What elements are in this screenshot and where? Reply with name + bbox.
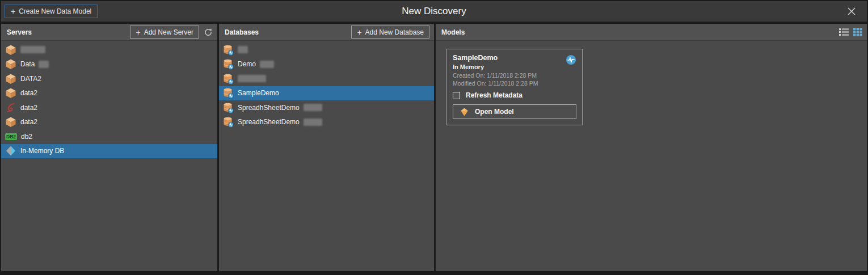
refresh-metadata-row: Refresh Metadata: [453, 91, 576, 99]
grid-view-button[interactable]: [853, 28, 862, 36]
database-list-item[interactable]: Demo: [219, 57, 434, 72]
server-name: data2: [20, 104, 37, 112]
add-new-server-label: Add New Server: [144, 28, 193, 36]
servers-panel: Servers + Add New Server: [1, 24, 217, 271]
close-button[interactable]: [845, 5, 858, 18]
servers-panel-header: Servers + Add New Server: [1, 24, 217, 41]
close-icon: [846, 6, 857, 16]
database-name: Demo: [238, 60, 256, 68]
titlebar: + Create New Data Model New Discovery: [1, 1, 867, 22]
list-view-icon: [839, 28, 849, 36]
grid-view-icon: [853, 28, 862, 36]
server-cube-icon: [5, 116, 16, 128]
database-name: SpreadhSheetDemo: [238, 118, 300, 126]
databases-list: Demo SampleDemo SpreadhSheetDemo: [219, 41, 434, 271]
servers-panel-title: Servers: [7, 28, 32, 36]
model-title: SampleDemo: [453, 54, 576, 62]
new-discovery-dialog: + Create New Data Model New Discovery Se…: [0, 0, 868, 275]
db2-badge-icon: DB2: [5, 133, 17, 141]
model-card-sampledemo[interactable]: SampleDemo In Memory Created On: 1/11/20…: [446, 49, 583, 125]
database-list-item[interactable]: [219, 71, 434, 86]
server-cube-icon: [5, 58, 16, 70]
content-area: Servers + Add New Server: [1, 24, 867, 271]
database-list-item-sampledemo[interactable]: SampleDemo: [219, 86, 434, 101]
database-stack-icon: [223, 44, 234, 56]
add-new-server-button[interactable]: + Add New Server: [130, 26, 199, 39]
server-list-item[interactable]: data2: [1, 86, 217, 101]
view-toggles: [839, 28, 862, 36]
dialog-title: New Discovery: [402, 6, 466, 17]
red-swirl-server-icon: [5, 102, 16, 113]
server-name: In-Memory DB: [20, 147, 64, 155]
in-memory-diamond-icon: [5, 145, 16, 156]
redacted-text: [20, 46, 45, 53]
server-list-item[interactable]: [1, 43, 217, 57]
database-stack-icon: [223, 116, 234, 128]
database-name: SpreadhSheetDemo: [238, 104, 300, 112]
refresh-metadata-checkbox[interactable]: [453, 92, 460, 99]
databases-panel-header: Databases + Add New Database: [219, 24, 434, 41]
redacted-text: [39, 61, 49, 68]
model-storage-type: In Memory: [453, 64, 576, 70]
database-list-item[interactable]: [219, 43, 434, 57]
database-name: SampleDemo: [238, 89, 279, 97]
open-model-label: Open Model: [475, 108, 514, 116]
redacted-text: [304, 104, 322, 111]
model-modified-on: Modified On: 1/11/2018 2:28 PM: [453, 80, 576, 87]
redacted-text: [238, 75, 266, 82]
create-new-data-model-button[interactable]: + Create New Data Model: [5, 5, 98, 18]
open-model-button[interactable]: Open Model: [453, 104, 576, 119]
model-created-on: Created On: 1/11/2018 2:28 PM: [453, 72, 576, 79]
refresh-metadata-label: Refresh Metadata: [466, 91, 523, 99]
models-grid: SampleDemo In Memory Created On: 1/11/20…: [436, 41, 867, 271]
server-cube-icon: [5, 87, 16, 99]
plus-icon: +: [11, 7, 15, 15]
add-new-database-button[interactable]: + Add New Database: [351, 26, 429, 39]
server-name: Data: [20, 60, 35, 68]
databases-panel-title: Databases: [225, 28, 259, 36]
server-cube-icon: [5, 44, 16, 56]
server-name: data2: [20, 89, 37, 97]
server-list-item[interactable]: data2: [1, 115, 217, 130]
server-list-item-in-memory-db[interactable]: In-Memory DB: [1, 144, 217, 159]
models-panel-header: Models: [436, 24, 867, 41]
server-list-item[interactable]: Data: [1, 57, 217, 72]
server-name: data2: [20, 118, 37, 126]
refresh-icon: [204, 28, 213, 37]
databases-panel: Databases + Add New Database Demo: [219, 24, 434, 271]
server-name: db2: [21, 133, 32, 141]
server-list-item[interactable]: DB2 db2: [1, 129, 217, 144]
open-model-gem-icon: [459, 107, 470, 117]
models-panel-title: Models: [441, 28, 465, 36]
plus-icon: +: [136, 28, 140, 36]
server-cube-icon: [5, 73, 16, 84]
refresh-servers-button[interactable]: [204, 28, 213, 37]
server-name: DATA2: [20, 75, 41, 83]
redacted-text: [260, 61, 274, 68]
list-view-button[interactable]: [839, 28, 849, 36]
create-new-data-model-label: Create New Data Model: [19, 7, 91, 15]
add-new-database-label: Add New Database: [365, 28, 424, 36]
model-pulse-badge-icon: [566, 54, 576, 65]
models-panel: Models: [436, 24, 867, 271]
database-stack-icon: [223, 87, 234, 99]
plus-icon: +: [357, 28, 361, 36]
database-list-item[interactable]: SpreadhSheetDemo: [219, 115, 434, 130]
redacted-text: [238, 46, 248, 53]
database-stack-icon: [223, 102, 234, 113]
database-stack-icon: [223, 73, 234, 84]
redacted-text: [304, 119, 322, 126]
database-stack-icon: [223, 58, 234, 70]
servers-list: Data DATA2 data2 data2 data2: [1, 41, 217, 271]
server-list-item[interactable]: data2: [1, 100, 217, 115]
database-list-item[interactable]: SpreadhSheetDemo: [219, 100, 434, 115]
server-list-item[interactable]: DATA2: [1, 71, 217, 86]
